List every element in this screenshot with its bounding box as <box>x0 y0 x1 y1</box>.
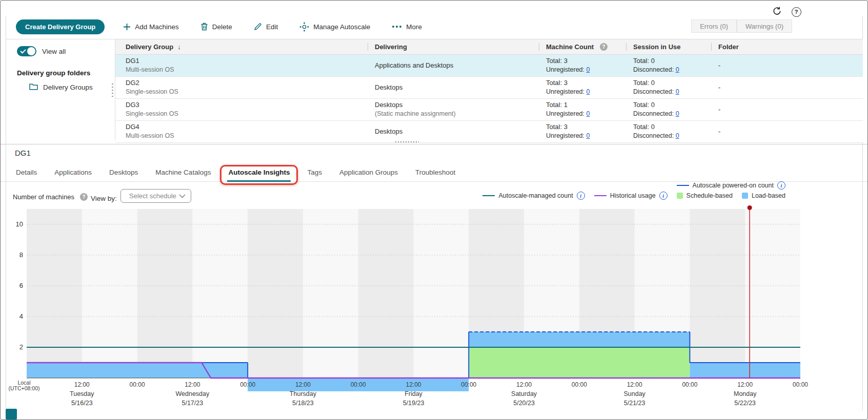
legend-load-based: Load-based <box>742 192 785 199</box>
detail-tabs: DetailsApplicationsDesktopsMachine Catal… <box>1 163 867 182</box>
schedule-based-area <box>469 347 690 378</box>
autoscale-chart: 24681012:0000:0012:0000:0012:0000:0012:0… <box>1 204 868 416</box>
svg-text:12:00: 12:00 <box>74 381 90 388</box>
view-by-label: View by: <box>91 195 117 202</box>
detail-panel-divider <box>1 144 867 144</box>
info-icon[interactable]: i <box>577 192 585 200</box>
day-shading-band <box>248 209 303 378</box>
warnings-button[interactable]: Warnings (0) <box>737 19 792 33</box>
plus-icon <box>123 23 131 31</box>
add-machines-button[interactable]: Add Machines <box>120 23 182 31</box>
sidebar-resize-handle[interactable] <box>112 83 113 99</box>
svg-text:12:00: 12:00 <box>406 381 421 388</box>
column-header-delivery-group[interactable]: Delivery Group ↓ <box>126 39 375 54</box>
errors-button[interactable]: Errors (0) <box>691 19 737 33</box>
manage-autoscale-button[interactable]: Manage Autoscale <box>296 22 373 32</box>
trash-icon <box>200 23 208 31</box>
sort-desc-icon: ↓ <box>177 43 181 51</box>
active-tab-underline <box>227 180 291 182</box>
load-based-area <box>690 363 800 378</box>
load-based-area <box>27 363 248 378</box>
help-icon: ? <box>792 7 801 17</box>
sidebar-item-delivery-groups[interactable]: Delivery Groups <box>29 83 115 92</box>
svg-text:5/16/23: 5/16/23 <box>71 400 93 407</box>
purple-line-icon <box>594 195 607 196</box>
refresh-button[interactable] <box>771 6 782 17</box>
svg-text:Saturday: Saturday <box>511 390 537 397</box>
tab-application-groups[interactable]: Application Groups <box>338 163 399 181</box>
chevron-down-icon <box>179 192 186 200</box>
refresh-icon <box>772 6 782 18</box>
svg-text:00:00: 00:00 <box>793 381 808 388</box>
column-header-delivering[interactable]: Delivering <box>375 39 546 54</box>
ellipsis-icon <box>392 25 402 28</box>
svg-text:10: 10 <box>16 220 23 228</box>
check-icon <box>20 48 26 53</box>
tab-applications[interactable]: Applications <box>53 163 93 181</box>
delete-button[interactable]: Delete <box>197 22 235 31</box>
info-icon[interactable]: i <box>777 181 785 190</box>
svg-text:4: 4 <box>19 312 23 320</box>
svg-text:12:00: 12:00 <box>737 381 753 388</box>
folders-heading: Delivery group folders <box>17 69 115 77</box>
page-title: DG1 <box>15 149 31 157</box>
svg-text:12:00: 12:00 <box>627 381 642 388</box>
legend-historical-usage: Historical usage i <box>594 192 668 200</box>
svg-text:Wednesday: Wednesday <box>175 390 210 397</box>
column-header-folder[interactable]: Folder <box>718 39 863 54</box>
svg-text:Monday: Monday <box>734 390 757 397</box>
more-button[interactable]: More <box>389 23 425 31</box>
svg-text:00:00: 00:00 <box>130 381 145 388</box>
schedule-select[interactable]: Select schedule <box>120 189 191 203</box>
tab-troubleshoot[interactable]: Troubleshoot <box>414 163 456 181</box>
sidebar: View all Delivery group folders Delivery… <box>6 39 115 140</box>
svg-text:00:00: 00:00 <box>572 381 587 388</box>
column-header-machine-count[interactable]: Machine Count ? <box>546 39 633 54</box>
delivery-groups-table: Delivery Group ↓ Delivering Machine Coun… <box>115 39 863 143</box>
unregistered-count-link[interactable]: 0 <box>587 88 590 95</box>
edit-button[interactable]: Edit <box>251 22 281 31</box>
svg-text:00:00: 00:00 <box>461 381 476 388</box>
help-button[interactable]: ? <box>791 6 802 17</box>
panel-resize-handle[interactable] <box>395 140 419 143</box>
help-icon[interactable]: ? <box>80 193 88 201</box>
table-row[interactable]: DG3Single-session OSDesktops(Static mach… <box>115 99 863 121</box>
app-window: ? Create Delivery Group Add Machines Del… <box>0 0 868 420</box>
table-row[interactable]: DG1Multi-session OSApplications and Desk… <box>115 55 863 77</box>
tab-tags[interactable]: Tags <box>306 163 323 181</box>
unregistered-count-link[interactable]: 0 <box>587 110 590 117</box>
table-row[interactable]: DG2Single-session OSDesktopsTotal: 3Unre… <box>115 77 863 99</box>
create-delivery-group-button[interactable]: Create Delivery Group <box>16 19 105 34</box>
day-shading-band <box>358 209 414 378</box>
column-header-session-in-use[interactable]: Session in Use <box>633 39 718 54</box>
table-body: DG1Multi-session OSApplications and Desk… <box>115 55 863 143</box>
disconnected-count-link[interactable]: 0 <box>676 110 679 117</box>
svg-text:6: 6 <box>19 282 23 289</box>
help-icon[interactable]: ? <box>600 43 608 51</box>
teal-line-icon <box>482 195 495 196</box>
tab-autoscale-insights[interactable]: Autoscale Insights <box>227 163 291 181</box>
svg-text:12:00: 12:00 <box>295 381 311 388</box>
table-header: Delivery Group ↓ Delivering Machine Coun… <box>115 39 863 55</box>
day-shading-band <box>27 209 82 378</box>
svg-text:00:00: 00:00 <box>351 381 366 388</box>
svg-text:00:00: 00:00 <box>240 381 255 388</box>
table-row[interactable]: DG4Multi-session OSDesktopsTotal: 3Unreg… <box>115 121 863 143</box>
disconnected-count-link[interactable]: 0 <box>676 132 679 139</box>
tab-desktops[interactable]: Desktops <box>108 163 139 181</box>
corner-accent <box>6 409 17 419</box>
info-icon[interactable]: i <box>659 192 668 200</box>
svg-text:(UTC+08:00): (UTC+08:00) <box>9 385 40 391</box>
unregistered-count-link[interactable]: 0 <box>587 66 590 73</box>
chart-axis-title: Number of machines ? <box>13 193 88 201</box>
chart-legend: Autoscale powered-on count i Autoscale-m… <box>482 181 785 200</box>
view-all-toggle[interactable] <box>17 46 36 56</box>
svg-text:00:00: 00:00 <box>682 381 697 388</box>
unregistered-count-link[interactable]: 0 <box>587 132 590 139</box>
tab-details[interactable]: Details <box>15 163 38 181</box>
disconnected-count-link[interactable]: 0 <box>676 66 679 73</box>
disconnected-count-link[interactable]: 0 <box>676 88 679 95</box>
tab-machine-catalogs[interactable]: Machine Catalogs <box>154 163 212 181</box>
load-based-area <box>469 332 690 347</box>
svg-text:8: 8 <box>19 251 23 259</box>
